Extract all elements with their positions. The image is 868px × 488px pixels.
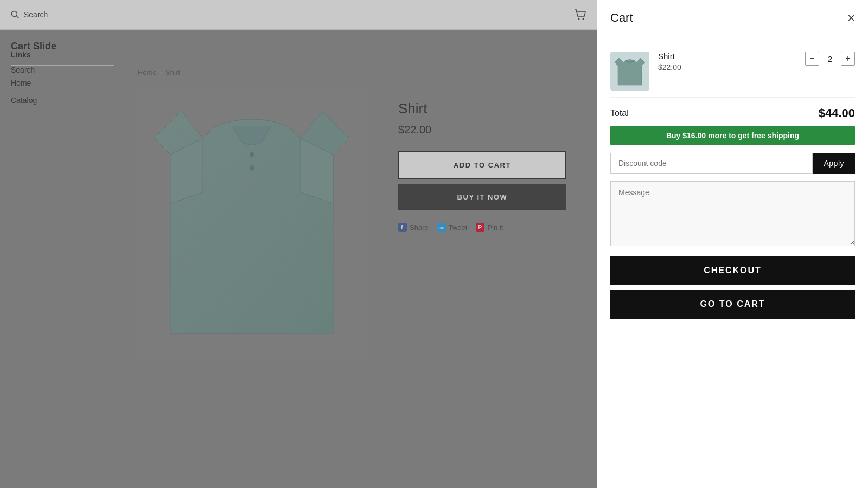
product-title: Shirt (398, 100, 566, 117)
facebook-icon: f (398, 223, 407, 232)
facebook-share[interactable]: f Share (398, 223, 429, 232)
quantity-value: 2 (826, 54, 834, 63)
breadcrumb-separator: › (160, 68, 162, 76)
free-shipping-suffix: more to get free shipping (706, 131, 799, 140)
checkout-button[interactable]: CHECKOUT (610, 256, 855, 285)
search-input-label: Search (24, 10, 48, 19)
free-shipping-banner: Buy $16.00 more to get free shipping (610, 126, 855, 145)
svg-text:P: P (478, 224, 482, 230)
go-to-cart-button[interactable]: GO TO CART (610, 290, 855, 319)
twitter-share[interactable]: tw Tweet (437, 223, 468, 232)
cart-title: Cart (610, 11, 633, 25)
product-price: $22.00 (398, 124, 566, 136)
free-shipping-amount: $16.00 (682, 131, 706, 140)
add-to-cart-button[interactable]: ADD TO CART (398, 151, 566, 179)
free-shipping-prefix: Buy (666, 131, 682, 140)
pinterest-share[interactable]: P Pin it (476, 223, 503, 232)
apply-discount-button[interactable]: Apply (813, 153, 855, 174)
svg-text:f: f (401, 224, 403, 230)
search-icon (11, 10, 20, 19)
discount-code-row: Apply (610, 153, 855, 174)
cart-panel: Cart × Shirt $22.00 − 2 (597, 0, 868, 488)
svg-point-5 (250, 165, 254, 171)
svg-point-3 (583, 18, 584, 20)
cart-item-image (610, 52, 649, 91)
quantity-increase-button[interactable]: + (841, 52, 855, 66)
breadcrumb-home[interactable]: Home (138, 68, 157, 76)
product-image (138, 89, 366, 361)
pinterest-icon: P (476, 223, 484, 232)
cart-body: Shirt $22.00 − 2 + Total $44.00 Buy $16.… (597, 36, 868, 488)
quantity-decrease-button[interactable]: − (805, 52, 819, 66)
cart-total-value: $44.00 (819, 106, 855, 120)
twitter-icon: tw (437, 223, 446, 232)
cart-item-shirt-svg (614, 55, 646, 87)
cart-total-label: Total (610, 108, 629, 118)
product-shirt-svg (149, 95, 355, 355)
links-search[interactable]: Search (11, 63, 35, 76)
cart-item: Shirt $22.00 − 2 + (610, 45, 855, 98)
cart-icon-wrapper[interactable] (574, 9, 586, 21)
cart-item-quantity-controls: − 2 + (805, 52, 855, 66)
cart-item-price: $22.00 (658, 63, 796, 72)
svg-point-4 (250, 152, 254, 157)
svg-line-1 (17, 16, 19, 18)
links-section-title: Links (11, 50, 35, 59)
cart-close-button[interactable]: × (847, 11, 855, 24)
nav-home[interactable]: Home (11, 74, 114, 92)
nav-catalog[interactable]: Catalog (11, 92, 114, 109)
breadcrumb: Home › Shirt (138, 68, 584, 76)
cart-item-name: Shirt (658, 52, 796, 61)
svg-text:tw: tw (438, 225, 444, 230)
cart-header: Cart × (597, 0, 868, 36)
buy-it-now-button[interactable]: BUY IT NOW (398, 184, 566, 210)
social-share: f Share tw Tweet (398, 223, 566, 232)
breadcrumb-current: Shirt (165, 68, 180, 76)
message-textarea[interactable] (610, 181, 855, 246)
discount-code-input[interactable] (610, 153, 813, 174)
cart-icon (574, 9, 586, 21)
svg-point-0 (12, 11, 17, 17)
search-bar[interactable]: Search (11, 10, 48, 19)
svg-point-2 (578, 18, 580, 20)
cart-total: Total $44.00 (610, 98, 855, 126)
cart-item-details: Shirt $22.00 (658, 52, 796, 72)
